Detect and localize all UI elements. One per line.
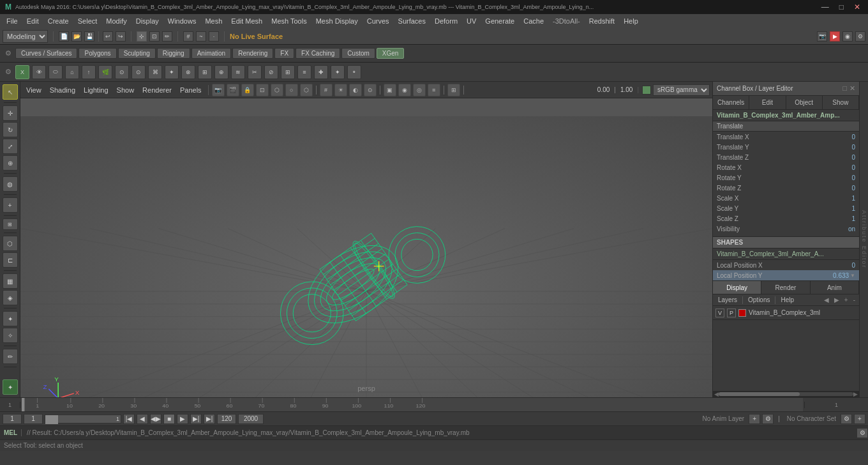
menu-surfaces[interactable]: Surfaces <box>394 16 430 26</box>
menu-modify[interactable]: Modify <box>102 16 130 26</box>
xgen-icon-6[interactable]: 🌿 <box>98 65 112 79</box>
cb-tab-channels[interactable]: Channels <box>713 96 749 109</box>
scroll-right-btn[interactable]: ▶ <box>853 391 858 397</box>
xgen-icon-1[interactable]: X <box>15 65 29 79</box>
vp-iso-icon[interactable]: ⊞ <box>447 84 460 96</box>
xgen-icon-5[interactable]: ↑ <box>82 65 96 79</box>
toolbar-paint[interactable]: ✏ <box>162 31 172 42</box>
snap-grid[interactable]: # <box>183 31 193 42</box>
vp-xray-icon[interactable]: ⊙ <box>364 84 377 96</box>
settings-icon[interactable]: ⚙ <box>855 31 865 42</box>
viewport-menu-lighting[interactable]: Lighting <box>80 85 112 95</box>
cb-tab-object[interactable]: Object <box>786 96 823 109</box>
vp-grid-icon[interactable]: # <box>320 84 333 96</box>
tool-rotate[interactable]: ↻ <box>3 122 18 137</box>
layer-nav-left[interactable]: ◀ <box>823 296 830 303</box>
toolbar-redo[interactable]: ↪ <box>116 31 126 42</box>
fps-input[interactable] <box>238 414 264 424</box>
pb-skip-start[interactable]: |◀ <box>123 414 135 424</box>
xgen-icon-9[interactable]: ⌘ <box>148 65 162 79</box>
vp-light-icon[interactable]: ☀ <box>334 84 347 96</box>
channel-val-rx[interactable]: 0 <box>830 164 855 171</box>
cb-tab-show[interactable]: Show <box>823 96 859 109</box>
maximize-button[interactable]: □ <box>837 3 846 11</box>
tool-select[interactable]: ↖ <box>3 84 18 100</box>
menu-windows[interactable]: Windows <box>164 16 200 26</box>
menu-mesh-display[interactable]: Mesh Display <box>312 16 362 26</box>
vp-ao-icon[interactable]: ◉ <box>398 84 411 96</box>
menu-edit[interactable]: Edit <box>23 16 43 26</box>
layer-tab-layers[interactable]: Layers <box>715 296 740 303</box>
tool-paint[interactable]: ✏ <box>3 349 18 364</box>
xgen-icon-7[interactable]: ⊙ <box>115 65 129 79</box>
toolbar-undo[interactable]: ↩ <box>103 31 113 42</box>
xgen-icon-2[interactable]: 👁 <box>32 65 46 79</box>
xgen-icon-17[interactable]: ⊞ <box>281 65 295 79</box>
menu-redshift[interactable]: Redshift <box>585 16 618 26</box>
viewport-menu-renderer[interactable]: Renderer <box>139 85 175 95</box>
toolbar-camera[interactable]: 📷 <box>817 31 827 42</box>
xgen-icon-15[interactable]: ✂ <box>248 65 262 79</box>
shelf-tab-fx[interactable]: FX <box>274 48 294 59</box>
tool-move[interactable]: ✛ <box>3 105 18 121</box>
menu-file[interactable]: File <box>3 16 22 26</box>
gamma-dropdown[interactable]: sRGB gamma <box>653 84 710 96</box>
xgen-gear-icon[interactable]: ⚙ <box>4 68 13 76</box>
menu-create[interactable]: Create <box>44 16 73 26</box>
menu-mesh-tools[interactable]: Mesh Tools <box>267 16 310 26</box>
pb-stop[interactable]: ■ <box>163 414 175 424</box>
vp-select-icon[interactable]: ⊡ <box>256 84 269 96</box>
toolbar-ipr[interactable]: ◉ <box>842 31 853 42</box>
vp-wire-icon[interactable]: ⬡ <box>300 84 313 96</box>
menu-curves[interactable]: Curves <box>363 16 393 26</box>
script-settings-btn[interactable]: ⚙ <box>857 428 868 438</box>
menu-help[interactable]: Help <box>620 16 642 26</box>
vp-smooth-icon[interactable]: ○ <box>285 84 298 96</box>
timeline-ruler[interactable]: 1 10 20 30 40 50 60 70 80 90 100 110 120 <box>22 398 803 411</box>
menu-generate[interactable]: Generate <box>481 16 518 26</box>
tool-isolate[interactable]: ◈ <box>3 290 18 305</box>
tool-bottom-green[interactable]: ✦ <box>3 379 18 395</box>
layer-v-btn[interactable]: V <box>715 309 724 317</box>
range-thumb[interactable] <box>45 415 58 424</box>
tool-show-manip[interactable]: + <box>3 197 18 213</box>
toolbar-render[interactable]: ▶ <box>830 31 840 42</box>
char-set-options[interactable]: ⚙ <box>841 414 852 424</box>
tool-transform[interactable]: ⊕ <box>3 155 18 171</box>
vp-lock-icon[interactable]: 🔒 <box>241 84 254 96</box>
toolbar-select[interactable]: ⊹ <box>137 31 147 42</box>
xgen-icon-18[interactable]: ≡ <box>297 65 311 79</box>
menu-edit-mesh[interactable]: Edit Mesh <box>227 16 266 26</box>
xgen-icon-11[interactable]: ⊗ <box>181 65 195 79</box>
channel-val-vis[interactable]: on <box>830 225 855 232</box>
pb-play-back[interactable]: ◀▶ <box>150 414 161 424</box>
channel-val-rz[interactable]: 0 <box>830 185 855 192</box>
viewport-menu-shading[interactable]: Shading <box>47 85 79 95</box>
menu-uv[interactable]: UV <box>463 16 480 26</box>
channel-val-sz[interactable]: 1 <box>830 215 855 222</box>
viewport-menu-panels[interactable]: Panels <box>177 85 205 95</box>
toolbar-open[interactable]: 📂 <box>71 31 82 42</box>
shelf-tab-xgen[interactable]: XGen <box>377 48 405 59</box>
xgen-icon-3[interactable]: ⬭ <box>49 65 63 79</box>
channel-val-tx[interactable]: 0 <box>830 133 855 141</box>
pb-skip-end[interactable]: ▶| <box>204 414 215 424</box>
shelf-tab-rigging[interactable]: Rigging <box>157 48 190 59</box>
xgen-icon-14[interactable]: ≋ <box>231 65 245 79</box>
tool-marquee-all[interactable]: ⊞ <box>3 218 18 230</box>
viewport-menu-show[interactable]: Show <box>114 85 138 95</box>
vp-shading-icon[interactable]: ▣ <box>384 84 396 96</box>
scroll-left-btn[interactable]: ◀ <box>714 391 719 397</box>
tool-quick-sel[interactable]: ▦ <box>3 273 18 289</box>
shelf-tab-gear[interactable]: ⚙ <box>3 49 14 57</box>
vp-hud-icon[interactable]: ≡ <box>428 84 440 96</box>
snap-curve[interactable]: ~ <box>196 31 206 42</box>
menu-cache[interactable]: Cache <box>520 16 548 26</box>
layer-tab-options[interactable]: Options <box>745 296 772 303</box>
xgen-icon-4[interactable]: ⌂ <box>65 65 79 79</box>
shelf-tab-rendering[interactable]: Rendering <box>232 48 273 59</box>
pb-prev-frame[interactable]: ◀ <box>137 414 148 424</box>
tool-scale[interactable]: ⤢ <box>3 139 18 154</box>
layer-delete-icon[interactable]: - <box>852 296 857 303</box>
xgen-icon-20[interactable]: ✦ <box>331 65 345 79</box>
